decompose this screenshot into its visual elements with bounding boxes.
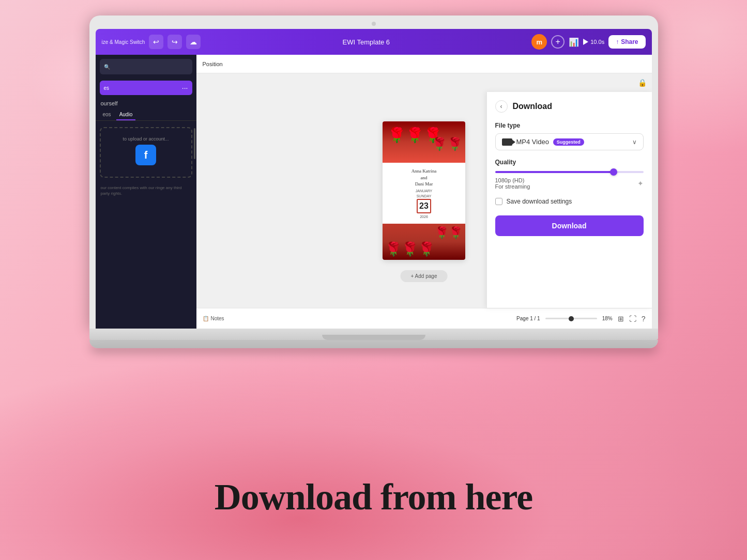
play-button[interactable]: 10.0s: [583, 39, 604, 45]
bottom-headline: Download from here: [215, 476, 532, 519]
add-page-button[interactable]: + Add page: [401, 270, 448, 282]
topbar-left: ize & Magic Switch ↩ ↪ ☁: [102, 35, 201, 49]
sidebar: 🔍 es ··· ourself eos Audio: [96, 55, 196, 329]
dp-save-settings-checkbox[interactable]: [495, 198, 502, 205]
dp-slider-thumb[interactable]: [610, 168, 617, 176]
dp-file-type-select[interactable]: MP4 Video Suggested ∨: [495, 133, 644, 150]
notes-label: Notes: [211, 316, 224, 321]
dp-quality-slider[interactable]: [495, 171, 644, 173]
canvas-main: 🔒 Anna Katrina and Dani Mar: [196, 73, 652, 308]
dp-save-settings-label: Save download settings: [507, 198, 572, 205]
blob1: [0, 353, 747, 560]
share-button[interactable]: ↑ Share: [608, 35, 645, 49]
dp-filetype-name: MP4 Video: [516, 138, 549, 146]
design-title: Anna Katrina and Dani Mar: [389, 168, 459, 188]
design-roses-top: [383, 121, 465, 163]
laptop-screen: ize & Magic Switch ↩ ↪ ☁ EWI Template 6 …: [96, 29, 652, 329]
topbar-brand: ize & Magic Switch: [102, 39, 145, 45]
sidebar-search[interactable]: 🔍: [100, 59, 192, 74]
dp-quality-text-block: 1080p (HD) For streaming: [495, 177, 530, 190]
design-year: 2026: [389, 215, 459, 219]
bb-grid-button[interactable]: ⊞: [618, 315, 624, 323]
laptop-camera: [372, 22, 376, 26]
sidebar-yourself: ourself: [96, 97, 196, 110]
save-button[interactable]: ☁: [186, 35, 201, 49]
laptop-container: ize & Magic Switch ↩ ↪ ☁ EWI Template 6 …: [89, 15, 658, 348]
bb-zoom-thumb[interactable]: [569, 316, 574, 321]
dp-file-type-label: File type: [495, 122, 644, 129]
upload-text: to upload or account...: [106, 136, 186, 142]
dp-suggested-badge: Suggested: [553, 138, 584, 146]
design-roses-bottom: [383, 224, 465, 260]
sidebar-tab-videos[interactable]: eos: [100, 110, 114, 120]
dp-quality-info: 1080p (HD) For streaming ✦: [495, 177, 644, 190]
sidebar-tabs: eos Audio: [96, 110, 196, 121]
canvas-area: Position 🔒 Anna Katrina: [196, 55, 652, 329]
download-panel: ‹ Download File type MP4 Video Suggested: [486, 92, 652, 308]
design-name-line2: and: [421, 175, 428, 180]
bb-zoom-level: 18%: [602, 316, 613, 321]
canva-ui: ize & Magic Switch ↩ ↪ ☁ EWI Template 6 …: [96, 29, 652, 329]
design-name-line1: Anna Katrina: [411, 168, 437, 174]
redo-button[interactable]: ↪: [167, 35, 182, 49]
topbar-right: m + 📊 10.0s ↑ Share: [531, 34, 645, 50]
dp-quality-sublabel: For streaming: [495, 183, 530, 190]
dp-quality-label: Quality: [495, 159, 644, 166]
dp-header: ‹ Download: [495, 100, 644, 113]
stats-icon[interactable]: 📊: [569, 37, 579, 47]
laptop-bottom: [89, 340, 658, 348]
topbar-title: EWI Template 6: [205, 38, 527, 46]
bb-help-button[interactable]: ?: [642, 315, 646, 323]
design-text-area: Anna Katrina and Dani Mar JANUARY SUNDAY…: [383, 163, 465, 224]
design-card: Anna Katrina and Dani Mar JANUARY SUNDAY…: [383, 121, 465, 260]
sidebar-note: our content complies with our ringe any …: [96, 182, 196, 199]
laptop-base: [89, 329, 658, 340]
sidebar-upload-area[interactable]: to upload or account... f: [100, 127, 192, 178]
sidebar-scroll: to upload or account... f our content co…: [96, 123, 196, 329]
bb-notes[interactable]: 📋 Notes: [203, 316, 224, 321]
sidebar-scrollbar[interactable]: [194, 128, 195, 159]
sidebar-purple-text: es: [104, 85, 110, 91]
dp-video-icon: [502, 138, 512, 146]
dp-title: Download: [513, 102, 552, 111]
dp-save-settings-row: Save download settings: [495, 198, 644, 205]
notes-icon: 📋: [203, 316, 209, 321]
play-duration: 10.0s: [590, 39, 604, 45]
share-icon: ↑: [616, 38, 619, 45]
play-triangle-icon: [583, 39, 588, 45]
share-label: Share: [621, 38, 638, 45]
add-collaborator-button[interactable]: +: [551, 35, 565, 49]
facebook-button[interactable]: f: [135, 145, 156, 165]
more-options-icon[interactable]: ···: [182, 84, 188, 92]
sidebar-purple-bar[interactable]: es ···: [100, 81, 192, 95]
sidebar-tab-audio[interactable]: Audio: [116, 110, 136, 120]
dp-slider-fill: [495, 171, 614, 173]
user-avatar[interactable]: m: [531, 34, 547, 50]
topbar: ize & Magic Switch ↩ ↪ ☁ EWI Template 6 …: [96, 29, 652, 55]
undo-button[interactable]: ↩: [149, 35, 163, 49]
laptop-screen-shell: ize & Magic Switch ↩ ↪ ☁ EWI Template 6 …: [89, 15, 658, 329]
dp-filetype-left: MP4 Video Suggested: [502, 138, 584, 146]
bottom-bar: 📋 Notes Page 1 / 1 18% ⊞ ⛶ ?: [196, 308, 652, 329]
design-day: SUNDAY: [389, 194, 459, 198]
dp-chevron-icon: ∨: [632, 138, 637, 146]
bb-page-indicator: Page 1 / 1: [516, 316, 540, 321]
bb-fullscreen-button[interactable]: ⛶: [629, 315, 636, 323]
design-month: JANUARY: [389, 189, 459, 193]
bb-zoom-slider[interactable]: [545, 318, 597, 319]
position-label: Position: [203, 61, 223, 67]
search-icon: 🔍: [104, 64, 110, 70]
canvas-toolbar: Position: [196, 55, 652, 73]
main-area: 🔍 es ··· ourself eos Audio: [96, 55, 652, 329]
dp-download-button[interactable]: Download: [495, 215, 644, 236]
design-name-line3: Dani Mar: [415, 181, 433, 186]
dp-back-button[interactable]: ‹: [495, 100, 508, 113]
lock-icon: 🔒: [638, 79, 647, 87]
dp-quality-value: 1080p (HD): [495, 177, 530, 183]
design-date-number: 23: [417, 199, 431, 213]
dp-pro-icon: ✦: [637, 179, 644, 188]
